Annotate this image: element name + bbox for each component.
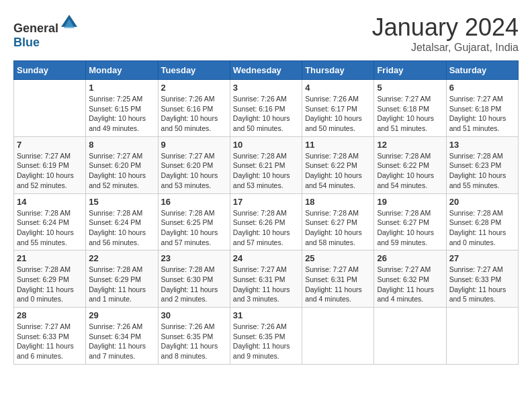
cell-w1-d4: 4Sunrise: 7:26 AMSunset: 6:17 PMDaylight… [302,80,374,137]
day-number: 10 [233,140,299,150]
day-info: Sunrise: 7:26 AMSunset: 6:35 PMDaylight:… [233,322,299,361]
title-block: January 2024 Jetalsar, Gujarat, India [372,13,519,54]
day-number: 12 [377,140,443,150]
day-info: Sunrise: 7:26 AMSunset: 6:16 PMDaylight:… [161,94,227,134]
day-number: 26 [377,253,443,263]
day-info: Sunrise: 7:28 AMSunset: 6:26 PMDaylight:… [233,208,299,248]
logo-text: General Blue [13,13,79,50]
cell-w2-d2: 9Sunrise: 7:27 AMSunset: 6:20 PMDaylight… [158,136,230,193]
col-monday: Monday [86,61,158,80]
day-number: 18 [305,197,371,207]
cell-w4-d4: 25Sunrise: 7:27 AMSunset: 6:31 PMDayligh… [302,250,374,308]
day-number: 25 [305,253,371,263]
cell-w1-d3: 3Sunrise: 7:26 AMSunset: 6:16 PMDaylight… [230,80,302,137]
day-number: 15 [89,197,154,207]
day-number: 30 [161,310,227,320]
day-number: 11 [305,140,371,150]
calendar-body: 1Sunrise: 7:25 AMSunset: 6:15 PMDaylight… [14,80,519,365]
day-info: Sunrise: 7:27 AMSunset: 6:20 PMDaylight:… [161,151,227,191]
col-sunday: Sunday [14,61,86,80]
cell-w1-d5: 5Sunrise: 7:27 AMSunset: 6:18 PMDaylight… [374,80,446,137]
day-number: 1 [89,83,154,93]
day-info: Sunrise: 7:28 AMSunset: 6:29 PMDaylight:… [89,265,154,304]
day-number: 13 [449,140,515,150]
cell-w5-d4 [302,308,374,365]
day-info: Sunrise: 7:27 AMSunset: 6:18 PMDaylight:… [377,94,443,134]
day-info: Sunrise: 7:28 AMSunset: 6:30 PMDaylight:… [161,265,227,304]
cell-w5-d6 [446,308,518,365]
day-info: Sunrise: 7:27 AMSunset: 6:18 PMDaylight:… [449,94,515,134]
location-subtitle: Jetalsar, Gujarat, India [372,42,519,54]
day-number: 29 [89,310,154,320]
month-year-title: January 2024 [372,13,519,42]
week-row-3: 14Sunrise: 7:28 AMSunset: 6:24 PMDayligh… [14,193,519,250]
cell-w5-d1: 29Sunrise: 7:26 AMSunset: 6:34 PMDayligh… [86,308,158,365]
day-info: Sunrise: 7:28 AMSunset: 6:28 PMDaylight:… [449,208,515,248]
day-info: Sunrise: 7:28 AMSunset: 6:22 PMDaylight:… [377,151,443,191]
cell-w2-d6: 13Sunrise: 7:28 AMSunset: 6:23 PMDayligh… [446,136,518,193]
day-info: Sunrise: 7:25 AMSunset: 6:15 PMDaylight:… [89,94,154,134]
day-info: Sunrise: 7:27 AMSunset: 6:31 PMDaylight:… [233,265,299,304]
cell-w1-d6: 6Sunrise: 7:27 AMSunset: 6:18 PMDaylight… [446,80,518,137]
cell-w4-d2: 23Sunrise: 7:28 AMSunset: 6:30 PMDayligh… [158,250,230,308]
cell-w3-d3: 17Sunrise: 7:28 AMSunset: 6:26 PMDayligh… [230,193,302,250]
cell-w2-d0: 7Sunrise: 7:27 AMSunset: 6:19 PMDaylight… [14,136,86,193]
day-number: 2 [161,83,227,93]
day-number: 8 [89,140,154,150]
cell-w1-d1: 1Sunrise: 7:25 AMSunset: 6:15 PMDaylight… [86,80,158,137]
day-info: Sunrise: 7:28 AMSunset: 6:29 PMDaylight:… [17,265,83,304]
day-info: Sunrise: 7:28 AMSunset: 6:21 PMDaylight:… [233,151,299,191]
day-info: Sunrise: 7:28 AMSunset: 6:23 PMDaylight:… [449,151,515,191]
day-info: Sunrise: 7:28 AMSunset: 6:22 PMDaylight:… [305,151,371,191]
day-number: 7 [17,140,83,150]
day-number: 28 [17,310,83,320]
logo: General Blue [13,13,79,50]
cell-w4-d0: 21Sunrise: 7:28 AMSunset: 6:29 PMDayligh… [14,250,86,308]
week-row-5: 28Sunrise: 7:27 AMSunset: 6:33 PMDayligh… [14,308,519,365]
day-info: Sunrise: 7:26 AMSunset: 6:35 PMDaylight:… [161,322,227,361]
cell-w2-d4: 11Sunrise: 7:28 AMSunset: 6:22 PMDayligh… [302,136,374,193]
day-number: 21 [17,253,83,263]
cell-w4-d6: 27Sunrise: 7:27 AMSunset: 6:33 PMDayligh… [446,250,518,308]
logo-general: General [13,21,58,35]
logo-icon [60,13,79,32]
day-number: 9 [161,140,227,150]
day-info: Sunrise: 7:26 AMSunset: 6:34 PMDaylight:… [89,322,154,361]
col-thursday: Thursday [302,61,374,80]
cell-w5-d5 [374,308,446,365]
day-number: 16 [161,197,227,207]
day-info: Sunrise: 7:28 AMSunset: 6:27 PMDaylight:… [377,208,443,248]
col-saturday: Saturday [446,61,518,80]
cell-w1-d0 [14,80,86,137]
cell-w3-d1: 15Sunrise: 7:28 AMSunset: 6:24 PMDayligh… [86,193,158,250]
cell-w2-d5: 12Sunrise: 7:28 AMSunset: 6:22 PMDayligh… [374,136,446,193]
day-number: 19 [377,197,443,207]
day-info: Sunrise: 7:27 AMSunset: 6:33 PMDaylight:… [449,265,515,304]
cell-w3-d2: 16Sunrise: 7:28 AMSunset: 6:25 PMDayligh… [158,193,230,250]
day-number: 5 [377,83,443,93]
cell-w3-d0: 14Sunrise: 7:28 AMSunset: 6:24 PMDayligh… [14,193,86,250]
day-info: Sunrise: 7:26 AMSunset: 6:16 PMDaylight:… [233,94,299,134]
logo-blue: Blue [13,36,40,49]
day-info: Sunrise: 7:28 AMSunset: 6:24 PMDaylight:… [17,208,83,248]
day-info: Sunrise: 7:27 AMSunset: 6:20 PMDaylight:… [89,151,154,191]
col-tuesday: Tuesday [158,61,230,80]
day-info: Sunrise: 7:27 AMSunset: 6:19 PMDaylight:… [17,151,83,191]
cell-w4-d5: 26Sunrise: 7:27 AMSunset: 6:32 PMDayligh… [374,250,446,308]
day-number: 6 [449,83,515,93]
cell-w3-d4: 18Sunrise: 7:28 AMSunset: 6:27 PMDayligh… [302,193,374,250]
day-info: Sunrise: 7:27 AMSunset: 6:33 PMDaylight:… [17,322,83,361]
day-number: 20 [449,197,515,207]
calendar-header: Sunday Monday Tuesday Wednesday Thursday… [14,61,519,80]
week-row-2: 7Sunrise: 7:27 AMSunset: 6:19 PMDaylight… [14,136,519,193]
day-number: 17 [233,197,299,207]
cell-w1-d2: 2Sunrise: 7:26 AMSunset: 6:16 PMDaylight… [158,80,230,137]
calendar-table: Sunday Monday Tuesday Wednesday Thursday… [13,60,519,365]
day-info: Sunrise: 7:26 AMSunset: 6:17 PMDaylight:… [305,94,371,134]
weekday-header-row: Sunday Monday Tuesday Wednesday Thursday… [14,61,519,80]
cell-w2-d3: 10Sunrise: 7:28 AMSunset: 6:21 PMDayligh… [230,136,302,193]
day-number: 4 [305,83,371,93]
col-friday: Friday [374,61,446,80]
day-info: Sunrise: 7:28 AMSunset: 6:24 PMDaylight:… [89,208,154,248]
day-number: 3 [233,83,299,93]
